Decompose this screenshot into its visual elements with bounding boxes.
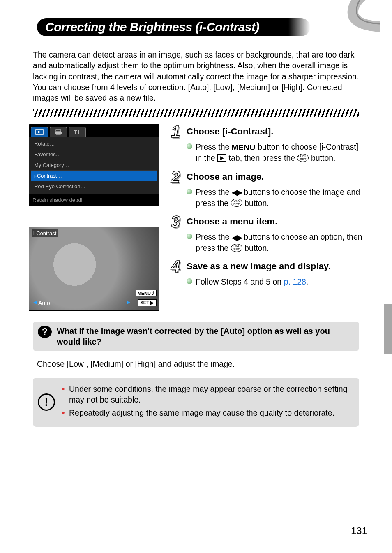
page-title: Correcting the Brightness (i-Contrast): [37, 16, 371, 36]
menu-item: Rotate: [31, 139, 157, 149]
menu-item: My Category: [31, 160, 157, 171]
step-title: Choose a menu item.: [187, 216, 277, 227]
caution-item: Repeatedly adjusting the same image may …: [62, 407, 352, 418]
caution-item: Under some conditions, the image may app…: [62, 384, 352, 405]
corner-set-button-label: SET ▶: [138, 299, 157, 306]
menu-footer: Retain shadow detail: [29, 194, 159, 206]
step-title: Choose an image.: [187, 171, 264, 182]
menu-item: i-Contrast: [31, 171, 157, 181]
svg-marker-1: [38, 131, 41, 133]
bullet-dot-icon: [187, 234, 192, 239]
qa-answer: Choose [Low], [Medium] or [High] and adj…: [37, 359, 355, 369]
preview-screenshot: i-Contrast ◀ Auto ▶ MENU ⤴ SET ▶: [29, 227, 159, 311]
caution-icon: !: [38, 393, 55, 411]
step-number: 1: [171, 124, 184, 139]
svg-rect-6: [74, 130, 77, 131]
caution-list: Under some conditions, the image may app…: [62, 384, 352, 421]
qa-question: What if the image wasn't corrected by th…: [57, 326, 353, 347]
menu-list: RotateFavoritesMy Categoryi-ContrastRed-…: [29, 137, 159, 194]
qa-box: ? What if the image wasn't corrected by …: [33, 322, 359, 351]
func-set-icon: FUNC.SET: [297, 154, 309, 162]
corner-menu-button-label: MENU ⤴: [136, 290, 157, 296]
step-title: Save as a new image and display.: [187, 261, 331, 272]
step: 2Choose an image.Press the ◀▶ buttons to…: [171, 169, 363, 208]
step-bullet: Press the ◀▶ buttons to choose the image…: [187, 187, 363, 208]
menu-button-glyph: MENU: [232, 142, 256, 153]
right-triangle-icon: ▶: [127, 299, 130, 305]
menu-screenshot: RotateFavoritesMy Categoryi-ContrastRed-…: [29, 124, 159, 206]
svg-marker-8: [78, 130, 80, 131]
playback-icon: ▶: [217, 154, 226, 162]
left-right-arrows-icon: ◀▶: [232, 187, 242, 197]
menu-item: Red-Eye Correction: [31, 181, 157, 192]
step-bullet: Press the MENU button to choose [i-Contr…: [187, 141, 363, 164]
left-triangle-icon: ◀: [33, 299, 37, 305]
step-title: Choose [i-Contrast].: [187, 126, 273, 137]
side-thumb-tab: [384, 304, 392, 354]
func-set-icon: FUNC.SET: [231, 244, 242, 252]
step-number: 4: [171, 259, 184, 274]
intro-paragraph: The camera can detect areas in an image,…: [33, 49, 359, 104]
bullet-dot-icon: [187, 278, 192, 284]
step: 4Save as a new image and display.Follow …: [171, 259, 363, 287]
step-bullet: Follow Steps 4 and 5 on p. 128.: [187, 276, 363, 287]
tab-print-icon: [50, 127, 67, 137]
bullet-dot-icon: [187, 189, 192, 194]
step-number: 2: [171, 169, 184, 184]
step-bullet: Press the ◀▶ buttons to choose an option…: [187, 231, 363, 253]
preview-top-label: i-Contrast: [32, 229, 58, 237]
step-number: 3: [171, 214, 184, 229]
tab-playback-icon: [31, 127, 48, 137]
page-title-banner: Correcting the Brightness (i-Contrast): [0, 16, 392, 41]
left-right-arrows-icon: ◀▶: [232, 233, 242, 243]
page-link[interactable]: p. 128: [284, 277, 306, 286]
steps-column: 1Choose [i-Contrast].Press the MENU butt…: [159, 124, 363, 311]
question-mark-icon: ?: [38, 326, 52, 338]
preview-value: Auto: [38, 300, 50, 306]
caution-box: ! Under some conditions, the image may a…: [33, 378, 359, 427]
page-number: 131: [351, 525, 367, 537]
svg-rect-2: [56, 130, 61, 132]
func-set-icon: FUNC.SET: [231, 199, 242, 207]
tab-tools-icon: [69, 127, 86, 137]
menu-item: Favorites: [31, 149, 157, 160]
section-divider: [33, 109, 359, 117]
step: 1Choose [i-Contrast].Press the MENU butt…: [171, 124, 363, 164]
step: 3Choose a menu item.Press the ◀▶ buttons…: [171, 214, 363, 253]
bullet-dot-icon: [187, 143, 192, 149]
